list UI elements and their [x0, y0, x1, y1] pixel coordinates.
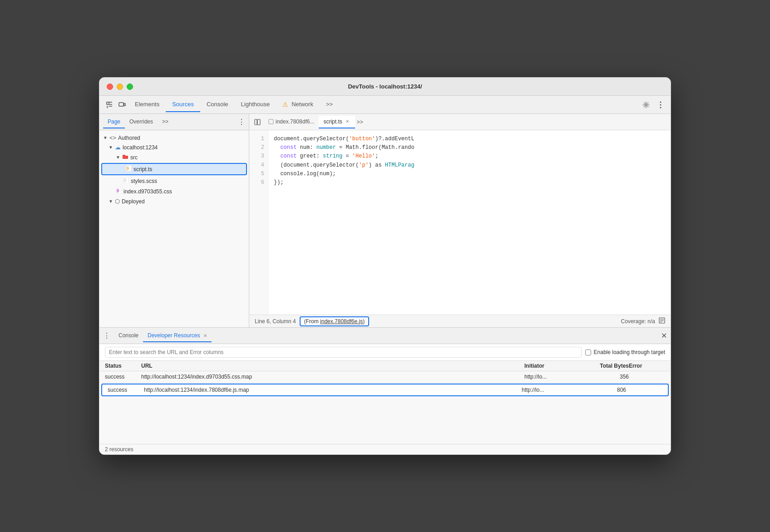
tab-console[interactable]: Console: [200, 97, 235, 112]
editor-tab-script-close[interactable]: ✕: [344, 118, 350, 125]
code-area: 1 2 3 4 5 6 document.querySelector('butt…: [249, 130, 671, 315]
code-line-5: console.log(num);: [274, 170, 665, 178]
status-bar: Line 6, Column 4 (From index.7808df6e.js…: [249, 315, 671, 327]
dev-resources-tab-close[interactable]: ✕: [203, 333, 207, 338]
col-total-bytes: Total Bytes: [579, 363, 629, 369]
tree-icon-authored: <>: [109, 134, 116, 141]
editor-tab-script[interactable]: script.ts ✕: [319, 116, 355, 128]
editor-tab-script-label: script.ts: [323, 118, 342, 125]
tab-sources[interactable]: Sources: [166, 97, 200, 112]
sidebar-toggle-button[interactable]: [251, 116, 264, 128]
coverage-icon[interactable]: [659, 317, 665, 325]
col-status: Status: [105, 363, 141, 369]
row2-status: success: [108, 387, 144, 393]
tab-network[interactable]: ⚠ Network: [276, 97, 320, 113]
bottom-tab-console[interactable]: Console: [114, 330, 143, 342]
svg-point-9: [660, 101, 661, 103]
tree-label-deployed: Deployed: [122, 198, 145, 205]
close-button[interactable]: [107, 84, 113, 90]
editor-tabs-more[interactable]: >>: [357, 119, 363, 125]
tree-arrow-authored: ▼: [103, 135, 108, 140]
code-line-2: const num: number = Math.floor(Math.rand…: [274, 143, 665, 152]
close-bottom-panel[interactable]: ✕: [661, 331, 667, 340]
row1-url: http://localhost:1234/index.d9703d55.css…: [141, 374, 524, 380]
table-row-css[interactable]: success http://localhost:1234/index.d970…: [99, 371, 671, 383]
devtools-menu-button[interactable]: [654, 99, 667, 111]
status-right: Coverage: n/a: [621, 317, 665, 325]
devtools-tab-bar: Elements Sources Console Lighthouse ⚠ Ne…: [99, 96, 671, 114]
maximize-button[interactable]: [127, 84, 133, 90]
inspect-tool-button[interactable]: [103, 99, 116, 111]
tree-label-styles-scss: styles.scss: [131, 178, 157, 184]
tree-icon-script-ts: [126, 165, 132, 173]
row1-initiator: http://lo...: [524, 374, 579, 380]
sidebar-tab-more[interactable]: >>: [158, 116, 173, 128]
tree-label-index-css: index.d9703d55.css: [123, 188, 172, 195]
row2-error: [626, 387, 662, 393]
sidebar-tab-page[interactable]: Page: [103, 116, 125, 128]
minimize-button[interactable]: [117, 84, 123, 90]
search-bar: Enable loading through target: [99, 344, 671, 361]
svg-rect-6: [119, 103, 123, 106]
tree-script-ts[interactable]: script.ts: [101, 163, 247, 175]
sidebar: Page Overrides >> ⋮ ▼ <> Authored: [99, 114, 249, 327]
tree-icon-deployed: ⬡: [115, 198, 120, 205]
col-error: Error: [629, 363, 665, 369]
file-tree: ▼ <> Authored ▼ ☁ localhost:1234 ▼ src: [99, 130, 249, 327]
coverage-label: Coverage: n/a: [621, 318, 655, 325]
row1-error: [629, 374, 665, 380]
tab-more[interactable]: >>: [320, 97, 339, 112]
window-title: DevTools - localhost:1234/: [348, 83, 422, 90]
traffic-lights: [107, 84, 133, 90]
tree-index-css[interactable]: index.d9703d55.css: [99, 186, 249, 197]
svg-rect-13: [123, 177, 128, 183]
code-content: document.querySelector('button')?.addEve…: [268, 130, 671, 315]
resources-footer: 2 resources: [99, 444, 671, 454]
tree-icon-folder: [122, 153, 128, 161]
code-line-6: });: [274, 178, 665, 187]
editor-tab-index[interactable]: index.7808df6...: [264, 116, 319, 128]
bottom-tab-bar: ⋮ Console Developer Resources ✕ ✕: [99, 328, 671, 344]
svg-rect-7: [124, 103, 125, 106]
tree-icon-styles-scss: [123, 177, 129, 185]
bottom-panel: ⋮ Console Developer Resources ✕ ✕ Enable…: [99, 327, 671, 454]
source-map-link[interactable]: index.7808df6e.js: [320, 318, 363, 325]
bottom-panel-menu[interactable]: ⋮: [103, 331, 110, 340]
device-toolbar-button[interactable]: [116, 99, 128, 111]
row1-status: success: [105, 374, 141, 380]
bottom-tab-dev-resources[interactable]: Developer Resources ✕: [143, 330, 212, 342]
settings-button[interactable]: [640, 99, 652, 111]
search-input[interactable]: [105, 347, 582, 358]
tree-label-script-ts: script.ts: [133, 166, 152, 172]
svg-rect-15: [255, 119, 257, 125]
row2-bytes: 806: [576, 387, 626, 393]
tree-icon-cloud: ☁: [115, 144, 121, 151]
tab-elements[interactable]: Elements: [128, 97, 166, 112]
editor-panel: index.7808df6... script.ts ✕ >> 1 2 3 4 …: [249, 114, 671, 327]
tree-authored-group[interactable]: ▼ <> Authored: [99, 133, 249, 143]
enable-loading-checkbox[interactable]: [585, 350, 591, 355]
tree-label-authored: Authored: [118, 135, 140, 141]
tab-lighthouse[interactable]: Lighthouse: [235, 97, 276, 112]
titlebar: DevTools - localhost:1234/: [99, 78, 671, 96]
source-map-label: (From: [304, 318, 320, 325]
cursor-position: Line 6, Column 4: [255, 318, 296, 325]
warning-icon: ⚠: [282, 101, 288, 108]
svg-rect-16: [257, 119, 260, 125]
row1-bytes: 356: [579, 374, 629, 380]
svg-point-8: [645, 103, 647, 106]
sidebar-menu-button[interactable]: ⋮: [238, 118, 245, 126]
tree-deployed-group[interactable]: ▼ ⬡ Deployed: [99, 197, 249, 206]
tree-styles-scss[interactable]: styles.scss: [99, 176, 249, 186]
sidebar-tab-overrides[interactable]: Overrides: [125, 116, 158, 128]
editor-tab-index-label: index.7808df6...: [276, 118, 314, 125]
col-url: URL: [141, 363, 524, 369]
tree-label-src: src: [130, 154, 138, 161]
svg-rect-17: [269, 119, 273, 124]
table-row-js[interactable]: success http://localhost:1234/index.7808…: [101, 384, 669, 396]
tree-src-folder[interactable]: ▼ src: [99, 152, 249, 163]
tree-localhost[interactable]: ▼ ☁ localhost:1234: [99, 143, 249, 152]
svg-rect-14: [116, 188, 121, 193]
enable-loading-label: Enable loading through target: [585, 349, 665, 355]
table-header: Status URL Initiator Total Bytes Error: [99, 361, 671, 371]
